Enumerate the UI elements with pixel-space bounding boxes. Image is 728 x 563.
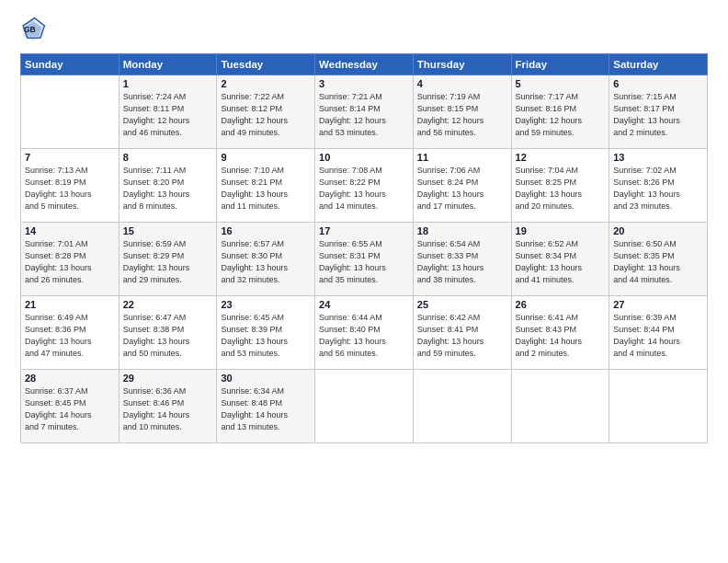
week-row-1: 7Sunrise: 7:13 AM Sunset: 8:19 PM Daylig…	[21, 149, 708, 223]
day-info: Sunrise: 7:19 AM Sunset: 8:15 PM Dayligh…	[417, 91, 507, 139]
day-cell: 3Sunrise: 7:21 AM Sunset: 8:14 PM Daylig…	[315, 75, 414, 149]
weekday-header-monday: Monday	[119, 54, 217, 75]
logo-icon: GB	[20, 17, 46, 42]
page: GB SundayMondayTuesdayWednesdayThursdayF…	[0, 0, 728, 563]
week-row-3: 21Sunrise: 6:49 AM Sunset: 8:36 PM Dayli…	[21, 296, 708, 370]
day-cell: 27Sunrise: 6:39 AM Sunset: 8:44 PM Dayli…	[609, 296, 708, 370]
day-number: 12	[516, 152, 606, 163]
day-number: 19	[516, 225, 606, 236]
day-number: 30	[221, 373, 311, 384]
day-cell: 6Sunrise: 7:15 AM Sunset: 8:17 PM Daylig…	[609, 75, 708, 149]
day-number: 24	[319, 299, 409, 310]
day-number: 8	[123, 152, 213, 163]
day-info: Sunrise: 7:02 AM Sunset: 8:26 PM Dayligh…	[613, 165, 703, 213]
day-cell: 28Sunrise: 6:37 AM Sunset: 8:45 PM Dayli…	[21, 370, 119, 443]
day-info: Sunrise: 7:24 AM Sunset: 8:11 PM Dayligh…	[123, 91, 213, 139]
day-info: Sunrise: 6:47 AM Sunset: 8:38 PM Dayligh…	[123, 312, 213, 360]
day-info: Sunrise: 7:17 AM Sunset: 8:16 PM Dayligh…	[516, 91, 606, 139]
day-info: Sunrise: 7:04 AM Sunset: 8:25 PM Dayligh…	[516, 165, 606, 213]
day-cell: 4Sunrise: 7:19 AM Sunset: 8:15 PM Daylig…	[413, 75, 511, 149]
weekday-header-tuesday: Tuesday	[217, 54, 315, 75]
day-cell: 5Sunrise: 7:17 AM Sunset: 8:16 PM Daylig…	[511, 75, 609, 149]
day-number: 17	[319, 225, 409, 236]
day-info: Sunrise: 6:54 AM Sunset: 8:33 PM Dayligh…	[417, 238, 507, 286]
day-cell: 9Sunrise: 7:10 AM Sunset: 8:21 PM Daylig…	[217, 149, 315, 223]
day-number: 2	[221, 78, 311, 89]
day-cell: 11Sunrise: 7:06 AM Sunset: 8:24 PM Dayli…	[413, 149, 511, 223]
day-info: Sunrise: 6:59 AM Sunset: 8:29 PM Dayligh…	[123, 238, 213, 286]
day-number: 7	[25, 152, 115, 163]
day-number: 3	[319, 78, 409, 89]
day-number: 13	[613, 152, 703, 163]
day-cell: 8Sunrise: 7:11 AM Sunset: 8:20 PM Daylig…	[119, 149, 217, 223]
day-number: 10	[319, 152, 409, 163]
logo: GB	[20, 17, 50, 42]
day-number: 20	[613, 225, 703, 236]
day-cell: 7Sunrise: 7:13 AM Sunset: 8:19 PM Daylig…	[21, 149, 119, 223]
day-cell: 14Sunrise: 7:01 AM Sunset: 8:28 PM Dayli…	[21, 223, 119, 296]
day-info: Sunrise: 7:13 AM Sunset: 8:19 PM Dayligh…	[25, 165, 115, 213]
day-number: 14	[25, 225, 115, 236]
day-cell: 30Sunrise: 6:34 AM Sunset: 8:48 PM Dayli…	[217, 370, 315, 443]
weekday-header-wednesday: Wednesday	[315, 54, 414, 75]
header: GB	[20, 17, 708, 42]
day-cell	[511, 370, 609, 443]
day-info: Sunrise: 6:45 AM Sunset: 8:39 PM Dayligh…	[221, 312, 311, 360]
day-info: Sunrise: 6:57 AM Sunset: 8:30 PM Dayligh…	[221, 238, 311, 286]
day-info: Sunrise: 6:34 AM Sunset: 8:48 PM Dayligh…	[221, 385, 311, 433]
day-cell	[609, 370, 708, 443]
day-cell: 18Sunrise: 6:54 AM Sunset: 8:33 PM Dayli…	[413, 223, 511, 296]
day-info: Sunrise: 6:44 AM Sunset: 8:40 PM Dayligh…	[319, 312, 409, 360]
day-number: 26	[516, 299, 606, 310]
day-info: Sunrise: 7:22 AM Sunset: 8:12 PM Dayligh…	[221, 91, 311, 139]
day-info: Sunrise: 7:10 AM Sunset: 8:21 PM Dayligh…	[221, 165, 311, 213]
calendar-table: SundayMondayTuesdayWednesdayThursdayFrid…	[20, 53, 708, 443]
weekday-header-row: SundayMondayTuesdayWednesdayThursdayFrid…	[21, 54, 708, 75]
day-number: 11	[417, 152, 507, 163]
day-info: Sunrise: 6:41 AM Sunset: 8:43 PM Dayligh…	[516, 312, 606, 360]
weekday-header-thursday: Thursday	[413, 54, 511, 75]
day-info: Sunrise: 6:37 AM Sunset: 8:45 PM Dayligh…	[25, 385, 115, 433]
weekday-header-friday: Friday	[511, 54, 609, 75]
day-number: 9	[221, 152, 311, 163]
day-cell: 13Sunrise: 7:02 AM Sunset: 8:26 PM Dayli…	[609, 149, 708, 223]
day-cell	[413, 370, 511, 443]
day-info: Sunrise: 7:01 AM Sunset: 8:28 PM Dayligh…	[25, 238, 115, 286]
day-info: Sunrise: 6:52 AM Sunset: 8:34 PM Dayligh…	[516, 238, 606, 286]
day-info: Sunrise: 6:50 AM Sunset: 8:35 PM Dayligh…	[613, 238, 703, 286]
day-cell: 26Sunrise: 6:41 AM Sunset: 8:43 PM Dayli…	[511, 296, 609, 370]
day-cell: 19Sunrise: 6:52 AM Sunset: 8:34 PM Dayli…	[511, 223, 609, 296]
day-cell: 20Sunrise: 6:50 AM Sunset: 8:35 PM Dayli…	[609, 223, 708, 296]
day-info: Sunrise: 7:11 AM Sunset: 8:20 PM Dayligh…	[123, 165, 213, 213]
day-cell: 2Sunrise: 7:22 AM Sunset: 8:12 PM Daylig…	[217, 75, 315, 149]
day-cell: 16Sunrise: 6:57 AM Sunset: 8:30 PM Dayli…	[217, 223, 315, 296]
day-number: 28	[25, 373, 115, 384]
day-cell: 1Sunrise: 7:24 AM Sunset: 8:11 PM Daylig…	[119, 75, 217, 149]
day-cell: 29Sunrise: 6:36 AM Sunset: 8:46 PM Dayli…	[119, 370, 217, 443]
day-number: 18	[417, 225, 507, 236]
day-cell: 24Sunrise: 6:44 AM Sunset: 8:40 PM Dayli…	[315, 296, 414, 370]
day-cell	[315, 370, 414, 443]
day-info: Sunrise: 6:39 AM Sunset: 8:44 PM Dayligh…	[613, 312, 703, 360]
day-cell: 10Sunrise: 7:08 AM Sunset: 8:22 PM Dayli…	[315, 149, 414, 223]
day-cell: 15Sunrise: 6:59 AM Sunset: 8:29 PM Dayli…	[119, 223, 217, 296]
week-row-0: 1Sunrise: 7:24 AM Sunset: 8:11 PM Daylig…	[21, 75, 708, 149]
day-cell: 12Sunrise: 7:04 AM Sunset: 8:25 PM Dayli…	[511, 149, 609, 223]
day-number: 16	[221, 225, 311, 236]
day-info: Sunrise: 6:55 AM Sunset: 8:31 PM Dayligh…	[319, 238, 409, 286]
day-info: Sunrise: 6:42 AM Sunset: 8:41 PM Dayligh…	[417, 312, 507, 360]
day-cell: 25Sunrise: 6:42 AM Sunset: 8:41 PM Dayli…	[413, 296, 511, 370]
day-number: 21	[25, 299, 115, 310]
day-cell: 21Sunrise: 6:49 AM Sunset: 8:36 PM Dayli…	[21, 296, 119, 370]
day-number: 6	[613, 78, 703, 89]
day-number: 27	[613, 299, 703, 310]
day-info: Sunrise: 7:15 AM Sunset: 8:17 PM Dayligh…	[613, 91, 703, 139]
day-number: 22	[123, 299, 213, 310]
day-cell: 22Sunrise: 6:47 AM Sunset: 8:38 PM Dayli…	[119, 296, 217, 370]
day-info: Sunrise: 7:21 AM Sunset: 8:14 PM Dayligh…	[319, 91, 409, 139]
week-row-4: 28Sunrise: 6:37 AM Sunset: 8:45 PM Dayli…	[21, 370, 708, 443]
svg-text:GB: GB	[24, 25, 36, 34]
day-cell	[21, 75, 119, 149]
day-cell: 23Sunrise: 6:45 AM Sunset: 8:39 PM Dayli…	[217, 296, 315, 370]
day-info: Sunrise: 7:08 AM Sunset: 8:22 PM Dayligh…	[319, 165, 409, 213]
